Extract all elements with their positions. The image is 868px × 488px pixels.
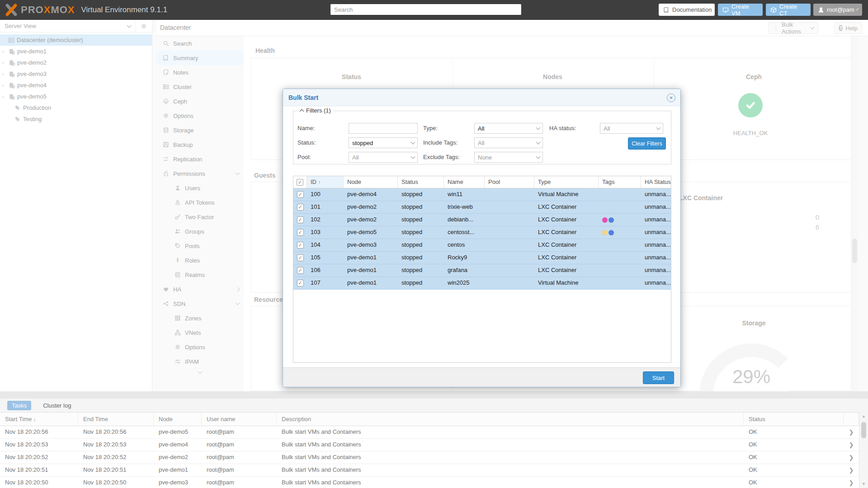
close-icon[interactable]: ✕ [667,94,675,102]
col-node[interactable]: Node [154,413,202,426]
col-expand [844,413,859,426]
task-row[interactable]: Nov 18 20:20:56 Nov 18 20:20:56 pve-demo… [0,426,868,439]
name-filter-input[interactable] [349,123,418,134]
guest-row[interactable]: ✓ 105 pve-demo1 stopped Rocky9 LXC Conta… [293,252,671,264]
task-row[interactable]: Nov 18 20:20:51 Nov 18 20:20:51 pve-demo… [0,464,868,477]
monitor-icon [722,7,729,13]
type-filter-select[interactable]: All [474,123,543,134]
tags-cell [599,252,641,264]
chevron-right-icon[interactable]: ❯ [844,439,859,451]
documentation-button[interactable]: Documentation [659,4,715,16]
row-checkbox[interactable]: ✓ [293,201,307,213]
col-header-type[interactable]: Type [534,176,599,188]
row-checkbox[interactable]: ✓ [293,188,307,201]
chevron-right-icon[interactable]: ❯ [844,426,859,438]
chevron-down-icon [536,140,541,145]
chevron-down-icon [536,126,541,130]
row-checkbox[interactable]: ✓ [293,252,307,264]
guest-row[interactable]: ✓ 107 pve-demo1 stopped win2025 Virtual … [293,277,671,290]
ha-status-filter-label: HA status: [549,123,576,134]
task-scrollbar[interactable]: ▲ ▼ [859,412,868,488]
tags-cell [599,239,641,251]
dialog-footer: Start [283,367,680,387]
filters-legend: Filters (1) [306,107,331,114]
create-ct-button[interactable]: Create CT [766,4,811,16]
tags-cell [599,226,641,239]
guest-table-header: ✓ ID ↑ Node Status Name Pool Type Tags H… [293,176,671,188]
exclude-tags-filter-select[interactable]: None [474,152,543,163]
ha-status-filter-select[interactable]: All [600,123,663,134]
scrollbar-thumb[interactable] [861,422,866,438]
task-status: OK [744,426,844,438]
status-filter-select[interactable]: stopped [349,137,418,148]
include-tags-filter-select[interactable]: All [474,137,543,148]
task-row[interactable]: Nov 18 20:20:53 Nov 18 20:20:53 pve-demo… [0,439,868,451]
chevron-right-icon[interactable]: ❯ [844,451,859,464]
col-user-name[interactable]: User name [202,413,277,426]
name-filter-label: Name: [297,123,315,134]
guest-row[interactable]: ✓ 106 pve-demo1 stopped grafana LXC Cont… [293,264,671,277]
task-log-panel: Tasks Cluster log Start Time ↓ End Time … [0,399,868,488]
col-header-ha-status[interactable]: HA Status [641,176,671,188]
guest-row[interactable]: ✓ 101 pve-demo2 stopped trixie-web LXC C… [293,201,671,214]
proxmox-logo: PROXMOX Virtual Environment 9.1.1 [5,3,167,17]
panel-splitter[interactable] [0,391,868,399]
tab-tasks[interactable]: Tasks [7,401,31,410]
tag-color-dot [602,217,608,223]
proxmox-app: PROXMOX Virtual Environment 9.1.1 Docume… [0,0,868,488]
tab-cluster-log[interactable]: Cluster log [43,402,71,409]
task-table-header: Start Time ↓ End Time Node User name Des… [0,413,868,426]
top-header: PROXMOX Virtual Environment 9.1.1 Docume… [0,0,868,20]
task-row[interactable]: Nov 18 20:20:52 Nov 18 20:20:52 pve-demo… [0,451,868,464]
row-checkbox[interactable]: ✓ [293,239,307,251]
user-menu-button[interactable]: root@pam [813,4,862,16]
guest-row[interactable]: ✓ 102 pve-demo2 stopped debianb... LXC C… [293,214,671,226]
row-checkbox[interactable]: ✓ [293,214,307,226]
col-header-node[interactable]: Node [344,176,398,188]
col-end-time[interactable]: End Time [78,413,154,426]
sort-asc-icon: ↑ [318,179,321,185]
tags-cell [599,264,641,277]
collapse-filters-icon[interactable] [300,109,304,113]
cube-icon [770,7,777,13]
col-description[interactable]: Description [277,413,744,426]
scroll-down-icon[interactable]: ▼ [862,482,866,486]
select-all-checkbox[interactable]: ✓ [293,176,307,188]
col-header-status[interactable]: Status [398,176,444,188]
chevron-down-icon [411,155,415,159]
col-header-tags[interactable]: Tags [599,176,641,188]
global-search-input[interactable] [330,4,522,15]
clear-filters-button[interactable]: Clear Filters [628,137,666,150]
pool-filter-select[interactable]: All [349,152,418,163]
task-row[interactable]: Nov 18 20:20:50 Nov 18 20:20:50 pve-demo… [0,477,868,488]
exclude-tags-filter-label: Exclude Tags: [423,152,460,163]
col-start-time[interactable]: Start Time ↓ [0,413,78,426]
row-checkbox[interactable]: ✓ [293,264,307,277]
chevron-down-icon [536,155,541,159]
include-tags-filter-label: Include Tags: [423,137,458,148]
guest-row[interactable]: ✓ 103 pve-demo5 stopped centosst... LXC … [293,226,671,239]
scroll-up-icon[interactable]: ▲ [862,414,866,418]
col-header-name[interactable]: Name [444,176,485,188]
chevron-right-icon[interactable]: ❯ [844,464,859,476]
row-checkbox[interactable]: ✓ [293,277,307,289]
book-icon [663,7,670,13]
dialog-header[interactable]: Bulk Start ✕ [283,89,680,106]
start-button[interactable]: Start [643,371,674,384]
guest-row[interactable]: ✓ 104 pve-demo3 stopped centos LXC Conta… [293,239,671,252]
type-filter-label: Type: [423,123,438,134]
tags-cell [599,277,641,289]
guest-row[interactable]: ✓ 100 pve-demo4 stopped win11 Virtual Ma… [293,188,671,201]
col-header-id[interactable]: ID ↑ [307,176,344,188]
create-vm-button[interactable]: Create VM [718,4,763,16]
user-icon [818,7,824,13]
task-status: OK [744,439,844,451]
proxmox-logomark-icon [5,3,18,17]
row-checkbox[interactable]: ✓ [293,226,307,239]
status-filter-label: Status: [297,137,316,148]
chevron-right-icon[interactable]: ❯ [844,477,859,488]
col-status[interactable]: Status [744,413,844,426]
tag-color-dot [602,230,608,235]
col-header-pool[interactable]: Pool [485,176,534,188]
task-status: OK [744,451,844,464]
